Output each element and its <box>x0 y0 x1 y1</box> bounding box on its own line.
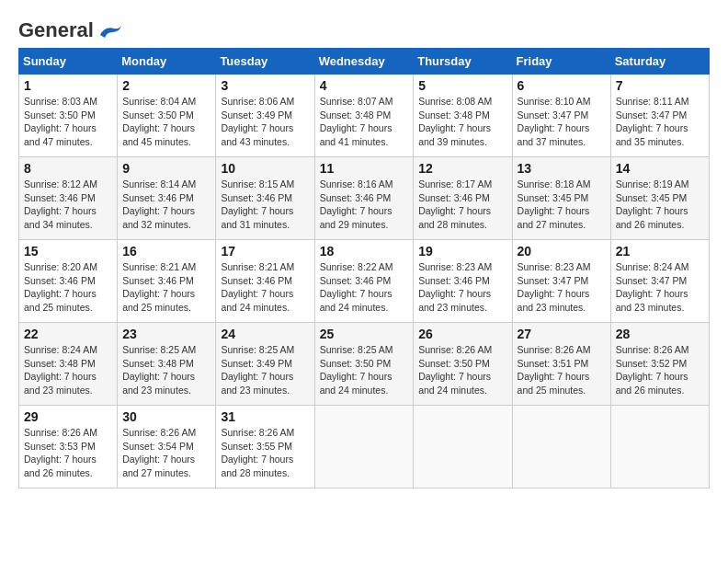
day-cell: 29 Sunrise: 8:26 AMSunset: 3:53 PMDaylig… <box>19 406 118 488</box>
day-cell: 16 Sunrise: 8:21 AMSunset: 3:46 PMDaylig… <box>118 240 216 323</box>
day-cell: 20 Sunrise: 8:23 AMSunset: 3:47 PMDaylig… <box>512 240 610 323</box>
day-cell: 15 Sunrise: 8:20 AMSunset: 3:46 PMDaylig… <box>19 240 118 323</box>
day-info: Sunrise: 8:08 AMSunset: 3:48 PMDaylight:… <box>418 96 492 147</box>
day-number: 20 <box>518 244 606 259</box>
calendar-week-row: 29 Sunrise: 8:26 AMSunset: 3:53 PMDaylig… <box>19 406 710 488</box>
day-cell: 9 Sunrise: 8:14 AMSunset: 3:46 PMDayligh… <box>118 157 216 240</box>
weekday-header: Sunday <box>19 49 118 75</box>
day-info: Sunrise: 8:20 AMSunset: 3:46 PMDaylight:… <box>24 261 97 313</box>
day-info: Sunrise: 8:21 AMSunset: 3:46 PMDaylight:… <box>221 261 294 313</box>
weekday-header: Saturday <box>610 49 709 75</box>
day-number: 1 <box>24 78 112 93</box>
day-info: Sunrise: 8:24 AMSunset: 3:48 PMDaylight:… <box>24 344 97 396</box>
day-info: Sunrise: 8:25 AMSunset: 3:48 PMDaylight:… <box>122 344 196 396</box>
day-number: 29 <box>24 409 112 424</box>
day-number: 4 <box>320 78 409 93</box>
day-number: 26 <box>418 327 506 341</box>
day-number: 13 <box>518 161 606 176</box>
day-number: 24 <box>221 327 309 341</box>
day-number: 16 <box>122 244 210 259</box>
day-info: Sunrise: 8:26 AMSunset: 3:54 PMDaylight:… <box>122 427 196 478</box>
day-cell: 25 Sunrise: 8:25 AMSunset: 3:50 PMDaylig… <box>314 323 414 406</box>
day-cell: 10 Sunrise: 8:15 AMSunset: 3:46 PMDaylig… <box>216 157 314 240</box>
day-cell: 5 Sunrise: 8:08 AMSunset: 3:48 PMDayligh… <box>414 75 512 157</box>
day-cell: 11 Sunrise: 8:16 AMSunset: 3:46 PMDaylig… <box>314 157 414 240</box>
day-info: Sunrise: 8:15 AMSunset: 3:46 PMDaylight:… <box>221 178 294 230</box>
header: General <box>18 18 710 39</box>
day-number: 21 <box>616 244 704 259</box>
day-info: Sunrise: 8:26 AMSunset: 3:51 PMDaylight:… <box>518 344 591 396</box>
day-cell: 19 Sunrise: 8:23 AMSunset: 3:46 PMDaylig… <box>414 240 512 323</box>
day-number: 3 <box>221 78 309 93</box>
day-number: 17 <box>221 244 309 259</box>
day-info: Sunrise: 8:17 AMSunset: 3:46 PMDaylight:… <box>418 178 492 230</box>
day-cell: 7 Sunrise: 8:11 AMSunset: 3:47 PMDayligh… <box>610 75 709 157</box>
day-number: 10 <box>221 161 309 176</box>
weekday-header: Monday <box>118 49 216 75</box>
empty-day-cell <box>610 406 709 488</box>
day-cell: 28 Sunrise: 8:26 AMSunset: 3:52 PMDaylig… <box>610 323 709 406</box>
day-info: Sunrise: 8:23 AMSunset: 3:46 PMDaylight:… <box>418 261 492 313</box>
day-info: Sunrise: 8:26 AMSunset: 3:50 PMDaylight:… <box>418 344 492 396</box>
day-cell: 12 Sunrise: 8:17 AMSunset: 3:46 PMDaylig… <box>414 157 512 240</box>
calendar: SundayMondayTuesdayWednesdayThursdayFrid… <box>18 48 710 488</box>
day-info: Sunrise: 8:25 AMSunset: 3:50 PMDaylight:… <box>320 344 393 396</box>
day-number: 5 <box>418 78 506 93</box>
weekday-header: Friday <box>512 49 610 75</box>
calendar-week-row: 22 Sunrise: 8:24 AMSunset: 3:48 PMDaylig… <box>19 323 710 406</box>
day-cell: 22 Sunrise: 8:24 AMSunset: 3:48 PMDaylig… <box>19 323 118 406</box>
day-number: 30 <box>122 409 210 424</box>
day-number: 19 <box>418 244 506 259</box>
day-cell: 26 Sunrise: 8:26 AMSunset: 3:50 PMDaylig… <box>414 323 512 406</box>
calendar-week-row: 8 Sunrise: 8:12 AMSunset: 3:46 PMDayligh… <box>19 157 710 240</box>
day-number: 6 <box>518 78 606 93</box>
day-info: Sunrise: 8:21 AMSunset: 3:46 PMDaylight:… <box>122 261 196 313</box>
day-info: Sunrise: 8:25 AMSunset: 3:49 PMDaylight:… <box>221 344 294 396</box>
calendar-header-row: SundayMondayTuesdayWednesdayThursdayFrid… <box>19 49 710 75</box>
day-number: 2 <box>122 78 210 93</box>
day-cell: 2 Sunrise: 8:04 AMSunset: 3:50 PMDayligh… <box>118 75 216 157</box>
day-info: Sunrise: 8:19 AMSunset: 3:45 PMDaylight:… <box>616 178 689 230</box>
day-cell: 14 Sunrise: 8:19 AMSunset: 3:45 PMDaylig… <box>610 157 709 240</box>
day-number: 18 <box>320 244 409 259</box>
day-info: Sunrise: 8:26 AMSunset: 3:53 PMDaylight:… <box>24 427 97 478</box>
day-cell: 1 Sunrise: 8:03 AMSunset: 3:50 PMDayligh… <box>19 75 118 157</box>
day-number: 22 <box>24 327 112 341</box>
day-cell: 18 Sunrise: 8:22 AMSunset: 3:46 PMDaylig… <box>314 240 414 323</box>
calendar-week-row: 15 Sunrise: 8:20 AMSunset: 3:46 PMDaylig… <box>19 240 710 323</box>
day-number: 7 <box>616 78 704 93</box>
day-cell: 6 Sunrise: 8:10 AMSunset: 3:47 PMDayligh… <box>512 75 610 157</box>
day-info: Sunrise: 8:23 AMSunset: 3:47 PMDaylight:… <box>518 261 591 313</box>
day-number: 12 <box>418 161 506 176</box>
weekday-header: Tuesday <box>216 49 314 75</box>
empty-day-cell <box>512 406 610 488</box>
logo-bird-icon <box>96 21 123 40</box>
day-cell: 31 Sunrise: 8:26 AMSunset: 3:55 PMDaylig… <box>216 406 314 488</box>
day-info: Sunrise: 8:11 AMSunset: 3:47 PMDaylight:… <box>616 96 689 147</box>
empty-day-cell <box>414 406 512 488</box>
day-info: Sunrise: 8:18 AMSunset: 3:45 PMDaylight:… <box>518 178 591 230</box>
day-number: 14 <box>616 161 704 176</box>
day-number: 15 <box>24 244 112 259</box>
day-info: Sunrise: 8:06 AMSunset: 3:49 PMDaylight:… <box>221 96 294 147</box>
day-info: Sunrise: 8:26 AMSunset: 3:55 PMDaylight:… <box>221 427 294 478</box>
day-cell: 17 Sunrise: 8:21 AMSunset: 3:46 PMDaylig… <box>216 240 314 323</box>
day-info: Sunrise: 8:04 AMSunset: 3:50 PMDaylight:… <box>122 96 196 147</box>
day-cell: 23 Sunrise: 8:25 AMSunset: 3:48 PMDaylig… <box>118 323 216 406</box>
empty-day-cell <box>314 406 414 488</box>
day-info: Sunrise: 8:03 AMSunset: 3:50 PMDaylight:… <box>24 96 97 147</box>
day-info: Sunrise: 8:14 AMSunset: 3:46 PMDaylight:… <box>122 178 196 230</box>
day-number: 9 <box>122 161 210 176</box>
day-number: 28 <box>616 327 704 341</box>
day-number: 25 <box>320 327 409 341</box>
day-cell: 24 Sunrise: 8:25 AMSunset: 3:49 PMDaylig… <box>216 323 314 406</box>
day-cell: 30 Sunrise: 8:26 AMSunset: 3:54 PMDaylig… <box>118 406 216 488</box>
day-info: Sunrise: 8:16 AMSunset: 3:46 PMDaylight:… <box>320 178 393 230</box>
day-cell: 3 Sunrise: 8:06 AMSunset: 3:49 PMDayligh… <box>216 75 314 157</box>
day-info: Sunrise: 8:22 AMSunset: 3:46 PMDaylight:… <box>320 261 393 313</box>
day-info: Sunrise: 8:24 AMSunset: 3:47 PMDaylight:… <box>616 261 689 313</box>
calendar-week-row: 1 Sunrise: 8:03 AMSunset: 3:50 PMDayligh… <box>19 75 710 157</box>
day-number: 31 <box>221 409 309 424</box>
day-info: Sunrise: 8:26 AMSunset: 3:52 PMDaylight:… <box>616 344 689 396</box>
day-cell: 27 Sunrise: 8:26 AMSunset: 3:51 PMDaylig… <box>512 323 610 406</box>
